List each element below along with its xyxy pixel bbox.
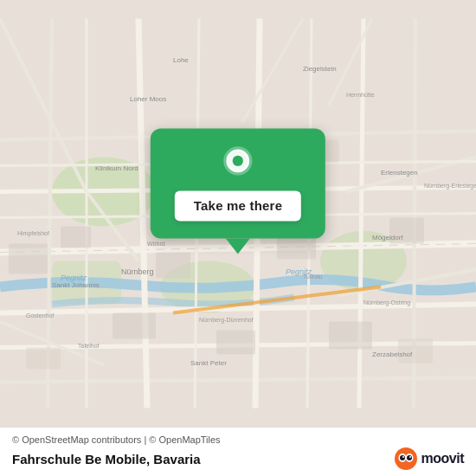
location-popup: Take me there: [151, 128, 325, 254]
svg-text:Tafelhof: Tafelhof: [78, 343, 100, 349]
svg-text:Nürnberg: Nürnberg: [121, 267, 154, 276]
svg-text:Hermhütte: Hermhütte: [346, 92, 375, 98]
svg-point-67: [233, 155, 243, 165]
svg-text:Mögeldorf: Mögeldorf: [372, 234, 403, 241]
svg-rect-29: [9, 244, 48, 274]
svg-text:Sankt Johannis: Sankt Johannis: [52, 281, 100, 289]
moovit-logo[interactable]: moovit: [394, 447, 464, 471]
popup-bubble: Take me there: [151, 128, 325, 238]
place-name: Fahrschule Be Mobile, Bavaria: [12, 452, 201, 466]
svg-text:Erlenstegen: Erlenstegen: [381, 169, 418, 177]
popup-tail: [226, 238, 250, 254]
attribution-text: © OpenStreetMap contributors | © OpenMap…: [12, 434, 464, 445]
svg-text:Nürnberg-Ostring: Nürnberg-Ostring: [363, 299, 410, 306]
map-container[interactable]: Nürnberg Veilhof Mögeldorf Sankt Johanni…: [0, 0, 476, 427]
svg-text:Loher Moos: Loher Moos: [130, 95, 166, 103]
svg-text:Pegnitz: Pegnitz: [61, 273, 87, 282]
place-name-row: Fahrschule Be Mobile, Bavaria: [12, 447, 464, 471]
svg-rect-30: [61, 227, 91, 248]
svg-text:Nürnberg-Erlestegen: Nürnberg-Erlestegen: [424, 183, 476, 190]
footer: © OpenStreetMap contributors | © OpenMap…: [0, 427, 476, 476]
svg-rect-31: [156, 253, 190, 279]
svg-point-72: [400, 455, 405, 460]
svg-point-73: [407, 455, 412, 460]
svg-point-75: [409, 456, 411, 458]
svg-point-74: [402, 456, 404, 458]
svg-text:Nürnberg-Dürrenhof: Nürnberg-Dürrenhof: [199, 317, 254, 324]
svg-text:Gostenhof: Gostenhof: [26, 312, 54, 318]
svg-text:Sankt Peter: Sankt Peter: [190, 359, 227, 367]
svg-text:Himpfelshof: Himpfelshof: [17, 230, 49, 237]
take-me-there-button[interactable]: Take me there: [175, 190, 301, 221]
svg-rect-34: [113, 313, 156, 339]
svg-rect-37: [26, 348, 61, 370]
moovit-text: moovit: [421, 451, 464, 466]
svg-text:Zerzabelshof: Zerzabelshof: [372, 351, 413, 358]
svg-text:Ziegelstein: Ziegelstein: [303, 65, 337, 73]
moovit-owl-icon: [394, 447, 418, 471]
svg-text:Klinikum Nord: Klinikum Nord: [95, 164, 138, 172]
app: Nürnberg Veilhof Mögeldorf Sankt Johanni…: [0, 0, 476, 476]
svg-rect-35: [216, 331, 255, 355]
svg-text:Pegnitz: Pegnitz: [286, 267, 312, 276]
svg-text:Lohe: Lohe: [173, 56, 189, 64]
svg-rect-36: [329, 322, 372, 350]
location-pin-icon: [220, 145, 256, 182]
